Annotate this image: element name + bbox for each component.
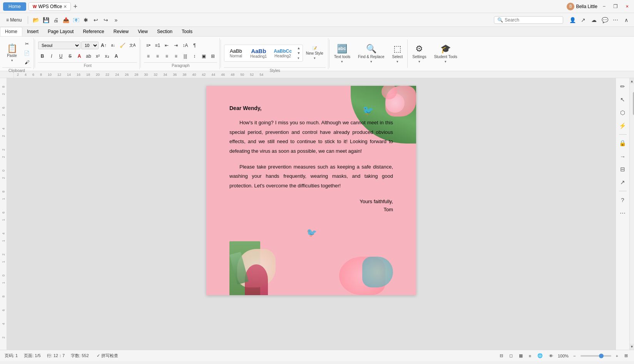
new-style-button[interactable]: 📝 New Style ▾: [304, 40, 326, 67]
tab-reference[interactable]: Reference: [78, 27, 109, 36]
scroll-down-button[interactable]: ▼: [630, 344, 634, 350]
tab-section[interactable]: Section: [152, 27, 177, 36]
text-tools-button[interactable]: 🔤 Text tools ▾: [330, 38, 354, 69]
undo-icon[interactable]: ↩: [91, 15, 100, 25]
export-icon[interactable]: ↗: [617, 177, 628, 188]
phonetic-button[interactable]: 文A: [128, 41, 137, 50]
zoom-slider[interactable]: [580, 355, 611, 357]
redo-icon[interactable]: ↪: [101, 15, 110, 25]
spell-check[interactable]: ✓ 拼写检查: [95, 352, 120, 359]
tab-tools[interactable]: Tools: [177, 27, 197, 36]
subscript-button[interactable]: x₂: [103, 52, 111, 60]
underline-button[interactable]: U: [57, 52, 65, 60]
increase-indent-button[interactable]: ⇥: [172, 41, 180, 50]
close-button[interactable]: ×: [623, 3, 631, 10]
page-view-icon[interactable]: ⊟: [498, 352, 505, 359]
format-painter-button[interactable]: 🖌: [22, 58, 31, 67]
zoom-out-button[interactable]: −: [572, 353, 577, 359]
clear-format-button[interactable]: 🧹: [118, 41, 127, 50]
export-icon[interactable]: 📤: [61, 15, 70, 25]
paste-button[interactable]: 📋 Paste ▾: [2, 40, 22, 67]
scroll-thumb[interactable]: [633, 92, 634, 115]
style-expand[interactable]: ▾: [296, 56, 302, 60]
tab-home[interactable]: Home: [0, 27, 22, 36]
zoom-thumb[interactable]: [599, 354, 604, 358]
more-icon[interactable]: ✱: [81, 15, 90, 25]
more-sidebar-icon[interactable]: ⋯: [617, 207, 628, 218]
style-normal[interactable]: AaBb Normal: [225, 47, 246, 60]
minimize-button[interactable]: −: [601, 3, 608, 10]
tab-review[interactable]: Review: [109, 27, 133, 36]
align-right-button[interactable]: ≡: [162, 52, 171, 60]
font-size-select[interactable]: 10: [81, 42, 99, 49]
read-mode-icon[interactable]: 👁: [547, 353, 555, 359]
align-left-button[interactable]: ≡: [144, 52, 152, 60]
help-icon[interactable]: ?: [617, 194, 628, 205]
shapes-icon[interactable]: ⬡: [617, 107, 628, 118]
document-scroll-area[interactable]: 🐦 Dear Wendy, How's it going? I miss you…: [7, 78, 616, 350]
pen-icon[interactable]: ✏: [617, 81, 628, 92]
cursor-icon[interactable]: ↖: [617, 94, 628, 105]
scroll-up-button[interactable]: ▲: [630, 78, 634, 84]
fit-page-icon[interactable]: ⊞: [623, 352, 629, 359]
style-scroll-down[interactable]: ▼: [296, 51, 302, 55]
chat-icon[interactable]: 💬: [600, 15, 609, 25]
highlight-button[interactable]: ab: [84, 52, 93, 60]
more-tools-icon[interactable]: »: [111, 15, 120, 25]
cloud-icon[interactable]: ☁: [589, 15, 599, 25]
user-settings-icon[interactable]: 👤: [568, 15, 577, 25]
home-tab-button[interactable]: Home: [3, 2, 26, 11]
tab-close-button[interactable]: ×: [64, 4, 67, 9]
columns-button[interactable]: |||: [181, 52, 189, 60]
table-icon[interactable]: ⊟: [617, 164, 628, 175]
share-icon[interactable]: ↗: [579, 15, 588, 25]
tab-insert[interactable]: Insert: [22, 27, 43, 36]
decrease-indent-button[interactable]: ⇤: [162, 41, 171, 50]
lock-icon[interactable]: 🔒: [617, 138, 628, 149]
text-effect-button[interactable]: A: [112, 52, 120, 60]
copy-button[interactable]: 📄: [22, 49, 31, 57]
zoom-in-button[interactable]: +: [614, 353, 620, 359]
email-icon[interactable]: 📧: [71, 15, 80, 25]
style-heading2[interactable]: AaBbCc Heading2: [271, 47, 295, 60]
vertical-scrollbar[interactable]: ▲ ▼: [629, 78, 634, 350]
style-heading1[interactable]: AaBb Heading1: [247, 46, 270, 60]
italic-button[interactable]: I: [47, 52, 56, 60]
font-family-select[interactable]: Seoul: [38, 42, 80, 49]
superscript-button[interactable]: x²: [94, 52, 102, 60]
forward-icon[interactable]: →: [617, 151, 628, 162]
collapse-ribbon-icon[interactable]: ∧: [622, 15, 631, 25]
select-button[interactable]: ⬚ Select ▾: [388, 38, 406, 69]
cut-button[interactable]: ✂: [22, 40, 31, 48]
align-center-button[interactable]: ≡: [153, 52, 162, 60]
font-size-up-button[interactable]: A↑: [99, 41, 108, 50]
outline-view-icon[interactable]: ≡: [527, 353, 533, 359]
font-size-down-button[interactable]: a↓: [109, 41, 117, 50]
single-page-icon[interactable]: ◻: [508, 352, 514, 359]
find-replace-button[interactable]: 🔍 Find & Replace ▾: [354, 38, 388, 69]
open-icon[interactable]: 📂: [31, 15, 40, 25]
justify-button[interactable]: ≡: [172, 52, 180, 60]
print-icon[interactable]: 🖨: [51, 15, 60, 25]
style-scroll-up[interactable]: ▲: [296, 46, 302, 50]
more-options-icon[interactable]: ⋯: [611, 15, 620, 25]
save-icon[interactable]: 💾: [41, 15, 50, 25]
sort-button[interactable]: ↕A: [181, 41, 189, 50]
bold-button[interactable]: B: [38, 52, 47, 60]
show-hide-button[interactable]: ¶: [190, 41, 199, 50]
menu-button[interactable]: ≡ Menu: [3, 16, 25, 24]
numbered-list-button[interactable]: ≡1: [153, 41, 162, 50]
border-button[interactable]: ⊞: [209, 52, 217, 60]
new-tab-button[interactable]: +: [73, 3, 77, 10]
tab-page-layout[interactable]: Page Layout: [43, 27, 78, 36]
document-tab[interactable]: W WPS Office ×: [28, 2, 71, 11]
tab-view[interactable]: View: [133, 27, 152, 36]
shading-button[interactable]: ▣: [199, 52, 208, 60]
bullet-list-button[interactable]: ≡•: [144, 41, 152, 50]
search-box[interactable]: 🔍: [494, 16, 563, 24]
settings-button[interactable]: ⚙ Settings ▾: [408, 38, 430, 69]
smart-icon[interactable]: ⚡: [617, 120, 628, 131]
student-tools-button[interactable]: 🎓 Student Tools ▾: [430, 38, 461, 69]
strikethrough-button[interactable]: S: [66, 52, 74, 60]
multi-page-icon[interactable]: ▦: [517, 352, 524, 359]
